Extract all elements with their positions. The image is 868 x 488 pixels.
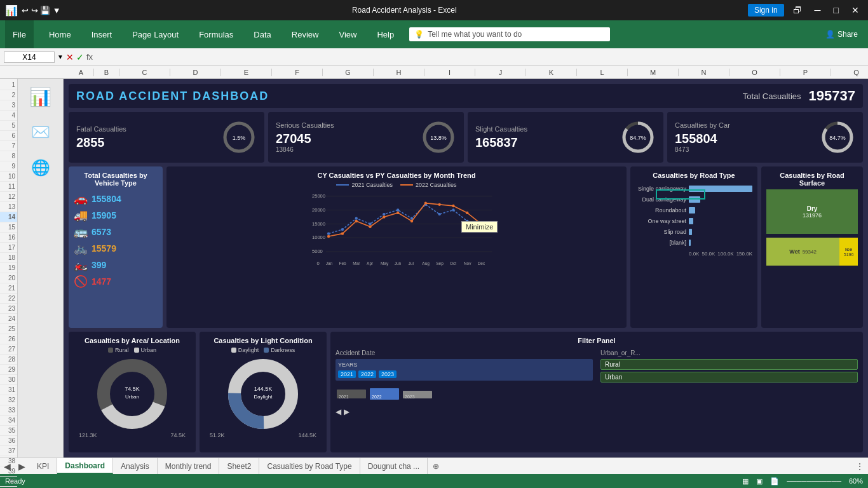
restore-button[interactable]: 🗗 — [789, 5, 806, 15]
sheet-tab-kpi[interactable]: KPI — [29, 458, 57, 474]
sheet-tab-monthly[interactable]: Monthly trend — [158, 458, 220, 474]
function-icon[interactable]: fx — [86, 52, 93, 62]
home-tab[interactable]: Home — [44, 27, 76, 42]
view-layout-icon[interactable]: ▣ — [756, 477, 763, 485]
area-donut-svg: 74.5K Urban — [94, 356, 170, 432]
review-tab[interactable]: Review — [287, 27, 324, 42]
col-L: L — [577, 69, 628, 76]
darkness-legend: Darkness — [264, 347, 295, 353]
status-bar: Ready ▦ ▣ 📄 ─────────── 60% — [0, 474, 868, 488]
share-button[interactable]: 👤 Share — [820, 27, 863, 41]
bar-label-dual: Dual carriageway — [635, 196, 686, 203]
vehicle-count-bike: 15579 — [92, 243, 116, 254]
tab-options[interactable]: ⋮ — [851, 458, 868, 474]
light-legend: Daylight Darkness — [205, 347, 322, 353]
view-normal-icon[interactable]: ▦ — [742, 477, 749, 485]
total-casualties-label: Total Casualties — [743, 92, 801, 101]
row-25: 25 — [0, 324, 17, 334]
x-label-50k: 50.0K — [702, 251, 715, 257]
sheet-tab-dashboard[interactable]: Dashboard — [57, 458, 113, 474]
area-rural-legend: Rural — [108, 347, 129, 353]
rural-filter-option[interactable]: Rural — [600, 359, 858, 370]
timeline-next[interactable]: ▶ — [344, 407, 349, 416]
svg-text:Jan: Jan — [326, 261, 333, 266]
urban-value: 74.5K — [170, 432, 186, 438]
col-N: N — [679, 69, 729, 76]
light-values: 51.2K 144.5K — [205, 432, 322, 438]
surface-dry-label: Dry — [807, 205, 818, 212]
data-tab[interactable]: Data — [248, 27, 276, 42]
bus-icon: 🚌 — [74, 225, 88, 239]
rural-value: 121.3K — [79, 432, 97, 438]
area-donut-wrapper: 74.5K Urban — [74, 356, 191, 432]
svg-text:15000: 15000 — [312, 221, 325, 227]
kpi-car-value: 155804 — [675, 132, 730, 146]
sidebar-chart-icon[interactable]: 📊 — [28, 84, 53, 109]
view-tab[interactable]: View — [334, 27, 362, 42]
road-type-x-axis: 0.0K 50.0K 100.0K 150.0K — [635, 251, 752, 257]
row-20: 20 — [0, 273, 17, 283]
col-Q: Q — [831, 69, 868, 76]
sheet-tab-analysis[interactable]: Analysis — [113, 458, 158, 474]
sidebar-mail-icon[interactable]: ✉️ — [28, 119, 53, 145]
daylight-legend: Daylight — [231, 347, 259, 353]
tab-prev[interactable]: ◀ — [0, 458, 15, 474]
kpi-slight-value: 165837 — [475, 135, 527, 150]
close-button[interactable]: ✕ — [848, 5, 863, 15]
file-tab[interactable]: File — [5, 20, 34, 48]
filter-date-section: Accident Date YEARS 2021 2022 2023 — [336, 349, 593, 416]
accident-date-label: Accident Date — [336, 349, 593, 356]
x-label-100k: 100.0K — [717, 251, 733, 257]
svg-point-44 — [452, 208, 454, 211]
urban-filter-option[interactable]: Urban — [600, 372, 858, 383]
svg-text:84.7%: 84.7% — [829, 135, 846, 141]
view-page-icon[interactable]: 📄 — [770, 477, 779, 485]
svg-text:Jun: Jun — [395, 261, 402, 266]
minimize-button[interactable]: ─ — [811, 5, 825, 15]
page-layout-tab[interactable]: Page Layout — [127, 27, 184, 42]
insert-tab[interactable]: Insert — [86, 27, 118, 42]
tell-me-placeholder: Tell me what you want to do — [428, 30, 522, 39]
formula-bar-dropdown[interactable]: ▼ — [57, 53, 64, 60]
tab-add[interactable]: ⊕ — [428, 458, 444, 474]
name-box[interactable]: X14 — [4, 51, 55, 63]
svg-text:Urban: Urban — [125, 394, 139, 400]
title-bar-center: Road Accident Analysis - Excel — [61, 6, 748, 15]
sheet-tab-sheet2[interactable]: Sheet2 — [219, 458, 259, 474]
tell-me-input[interactable]: 💡 Tell me what you want to do — [409, 27, 609, 41]
legend-2021: 2021 Casualties — [336, 182, 393, 188]
darkness-label: Darkness — [271, 347, 295, 353]
year-2023-btn[interactable]: 2023 — [379, 370, 397, 378]
sheet-tab-road-type[interactable]: Casualties by Road Type — [259, 458, 360, 474]
bar-fill-oneway — [689, 218, 693, 224]
svg-text:2021: 2021 — [339, 395, 349, 399]
sheet-tab-doughnut[interactable]: Dougnut cha ... — [360, 458, 428, 474]
bottom-row: Casualties by Area/ Location Rural Urban — [69, 332, 863, 452]
total-casualties-display: Total Casualties 195737 — [743, 88, 855, 104]
vehicle-count-bus: 6573 — [92, 227, 111, 237]
sidebar-globe-icon[interactable]: 🌐 — [28, 155, 53, 180]
svg-text:74.5K: 74.5K — [125, 386, 140, 392]
vehicle-count-car: 155804 — [92, 194, 121, 204]
formulas-tab[interactable]: Formulas — [194, 27, 238, 42]
col-I: I — [424, 69, 475, 76]
svg-text:1.5%: 1.5% — [233, 135, 246, 141]
svg-text:5000: 5000 — [312, 248, 323, 254]
bar-fill-sliproad — [689, 229, 692, 235]
maximize-button[interactable]: □ — [830, 5, 843, 15]
help-tab[interactable]: Help — [372, 27, 399, 42]
cancel-icon[interactable]: ✕ — [66, 52, 74, 62]
title-bar-right: Sign in 🗗 ─ □ ✕ — [748, 4, 863, 17]
year-2022-btn[interactable]: 2022 — [358, 370, 376, 378]
confirm-icon[interactable]: ✓ — [76, 52, 84, 62]
formula-input[interactable] — [95, 52, 864, 62]
zoom-level: ─────────── — [787, 477, 841, 485]
svg-point-55 — [438, 203, 440, 206]
dashboard-title-row: ROAD ACCIDENT DASHBOAD Total Casualties … — [69, 84, 863, 108]
tab-next[interactable]: ▶ — [15, 458, 29, 474]
sign-in-button[interactable]: Sign in — [748, 4, 784, 17]
kpi-fatal-gauge: 1.5% — [221, 119, 257, 155]
year-2021-btn[interactable]: 2021 — [338, 370, 356, 378]
tooltip: Minimize — [461, 221, 498, 233]
timeline-prev[interactable]: ◀ — [336, 407, 341, 416]
